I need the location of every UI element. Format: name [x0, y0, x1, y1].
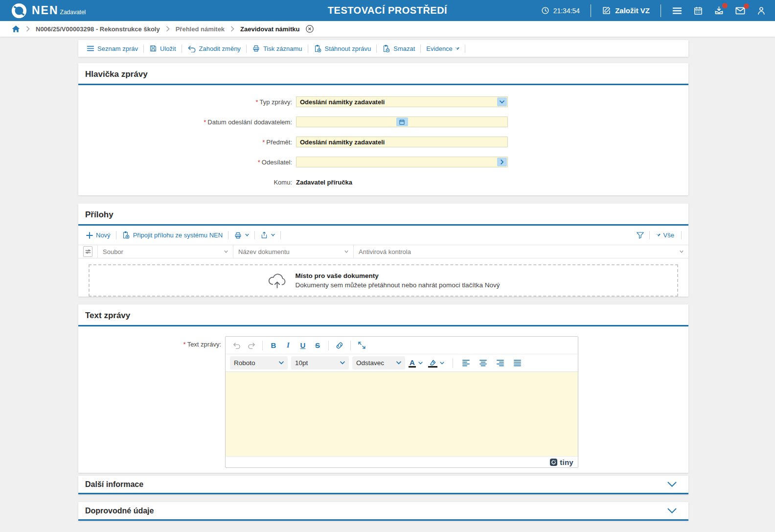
- separator: [262, 341, 263, 350]
- filter-funnel-icon[interactable]: [636, 231, 644, 239]
- tiny-branding-label[interactable]: tiny: [560, 458, 573, 466]
- create-vz-button[interactable]: Založit VZ: [602, 6, 650, 15]
- column-header-soubor[interactable]: Soubor: [98, 245, 233, 258]
- save-button[interactable]: Uložit: [144, 45, 182, 52]
- breadcrumb-item-contract[interactable]: N006/25/V00003298 - Rekonstrukce školy: [36, 25, 160, 33]
- underline-button[interactable]: U: [296, 339, 310, 352]
- odesilatel-input[interactable]: [296, 157, 508, 167]
- discard-changes-button[interactable]: Zahodit změny: [182, 45, 246, 52]
- filter-icon[interactable]: [344, 251, 348, 253]
- section-dalsi-informace[interactable]: Další informace: [78, 476, 688, 494]
- undo-icon[interactable]: [230, 339, 244, 352]
- fullscreen-icon[interactable]: [355, 339, 368, 352]
- breadcrumb-item-overview[interactable]: Přehled námitek: [176, 25, 225, 33]
- create-vz-label: Založit VZ: [615, 6, 650, 15]
- dropdown-triangle-icon: [245, 234, 249, 236]
- italic-button[interactable]: I: [281, 339, 295, 352]
- downloads-button[interactable]: [714, 5, 724, 16]
- messages-button[interactable]: [735, 6, 746, 16]
- predmet-input[interactable]: Odeslání námitky zadavateli: [296, 137, 508, 147]
- align-justify-icon[interactable]: [511, 356, 524, 370]
- dropzone-title: Místo pro vaše dokumenty: [296, 272, 500, 279]
- datum-odeslani-input[interactable]: [296, 116, 508, 127]
- column-settings-button[interactable]: [83, 246, 92, 257]
- separator: [350, 341, 351, 350]
- column-header-antivirova-kontrola[interactable]: Antivirová kontrola: [354, 245, 688, 258]
- separator: [280, 231, 281, 239]
- current-time: 21:34:54: [553, 7, 580, 15]
- delete-label: Smazat: [393, 45, 415, 52]
- tiny-logo-icon[interactable]: [550, 459, 557, 466]
- highlight-color-button[interactable]: [428, 359, 437, 368]
- list-icon: [87, 45, 94, 52]
- printer-icon: [252, 45, 260, 52]
- print-record-button[interactable]: Tisk záznamu: [247, 45, 308, 52]
- dropdown-triangle-icon: [657, 234, 661, 236]
- evidence-menu-button[interactable]: Evidence: [421, 45, 464, 52]
- align-right-icon[interactable]: [494, 356, 507, 370]
- link-icon[interactable]: [333, 339, 346, 352]
- editor-toolbar-row1: B I U S: [226, 337, 578, 354]
- filter-all-dropdown[interactable]: Vše: [655, 231, 676, 239]
- strikethrough-button[interactable]: S: [311, 339, 324, 352]
- editor-text-area[interactable]: [226, 372, 578, 456]
- redo-icon[interactable]: [245, 339, 258, 352]
- field-label-typ-zpravy: *Typ zprávy:: [78, 98, 292, 106]
- breadcrumb-item-current: Zaevidovat námitku: [240, 25, 299, 33]
- export-icon: [260, 231, 268, 239]
- text-color-button[interactable]: A: [409, 359, 416, 368]
- user-profile-button[interactable]: [756, 6, 766, 16]
- attach-from-nen-button[interactable]: Připojit přílohu ze systému NEN: [116, 231, 228, 239]
- section-title: Přílohy: [78, 204, 688, 224]
- close-tab-icon[interactable]: [305, 24, 314, 33]
- main-menu-button[interactable]: [672, 6, 683, 15]
- separator: [661, 4, 661, 17]
- section-title: Text zprávy: [78, 304, 688, 325]
- chevron-right-icon: [166, 26, 170, 32]
- font-size-select[interactable]: 10pt: [291, 356, 349, 370]
- hamburger-icon: [672, 6, 683, 15]
- new-attachment-button[interactable]: Nový: [85, 231, 116, 239]
- clock: 21:34:54: [541, 6, 580, 15]
- calendar-button[interactable]: [693, 6, 703, 16]
- align-center-icon[interactable]: [477, 356, 490, 370]
- block-format-value: Odstavec: [356, 359, 384, 367]
- datepicker-calendar-icon[interactable]: [396, 117, 408, 126]
- delete-button[interactable]: Smazat: [377, 45, 420, 53]
- block-format-select[interactable]: Odstavec: [352, 356, 405, 370]
- chevron-right-icon: [230, 26, 234, 32]
- chevron-down-icon[interactable]: [497, 97, 507, 106]
- message-list-button[interactable]: Seznam zpráv: [81, 45, 143, 52]
- dropzone-subtitle: Dokumenty sem můžete přetáhnout nebo nah…: [296, 281, 500, 289]
- font-size-value: 10pt: [295, 359, 308, 367]
- separator: [465, 45, 465, 53]
- align-left-icon[interactable]: [459, 356, 473, 370]
- column-header-nazev-dokumentu[interactable]: Název dokumentu: [233, 245, 354, 258]
- document-attach-icon: [122, 231, 130, 239]
- calendar-icon: [693, 6, 703, 16]
- print-attachments-button[interactable]: [228, 231, 254, 239]
- required-marker: *: [255, 98, 258, 106]
- bold-button[interactable]: B: [267, 339, 280, 352]
- download-message-button[interactable]: Stáhnout zprávu: [308, 45, 377, 53]
- filter-icon[interactable]: [224, 251, 228, 253]
- typ-zpravy-select[interactable]: Odeslání námitky zadavateli: [296, 96, 508, 107]
- field-label-predmet: *Předmět:: [78, 139, 292, 146]
- export-attachments-button[interactable]: [255, 231, 280, 239]
- breadcrumb: N006/25/V00003298 - Rekonstrukce školy P…: [0, 21, 775, 37]
- section-doprovodne-udaje[interactable]: Doprovodné údaje: [78, 502, 688, 521]
- notification-badge: [722, 3, 728, 8]
- filter-icon[interactable]: [680, 251, 684, 253]
- chevron-down-icon: [667, 482, 677, 487]
- editor-status-bar: tiny: [226, 456, 578, 467]
- highlight-color-chevron-icon[interactable]: [438, 356, 446, 370]
- file-dropzone[interactable]: Místo pro vaše dokumenty Dokumenty sem m…: [89, 264, 678, 297]
- font-family-select[interactable]: Roboto: [230, 356, 288, 370]
- separator: [328, 341, 329, 350]
- dropdown-triangle-icon: [271, 234, 275, 236]
- text-color-chevron-icon[interactable]: [417, 356, 425, 370]
- required-marker: *: [183, 341, 186, 348]
- chevron-right-picker-icon[interactable]: [497, 158, 507, 166]
- message-list-label: Seznam zpráv: [97, 45, 138, 52]
- home-icon[interactable]: [12, 25, 20, 33]
